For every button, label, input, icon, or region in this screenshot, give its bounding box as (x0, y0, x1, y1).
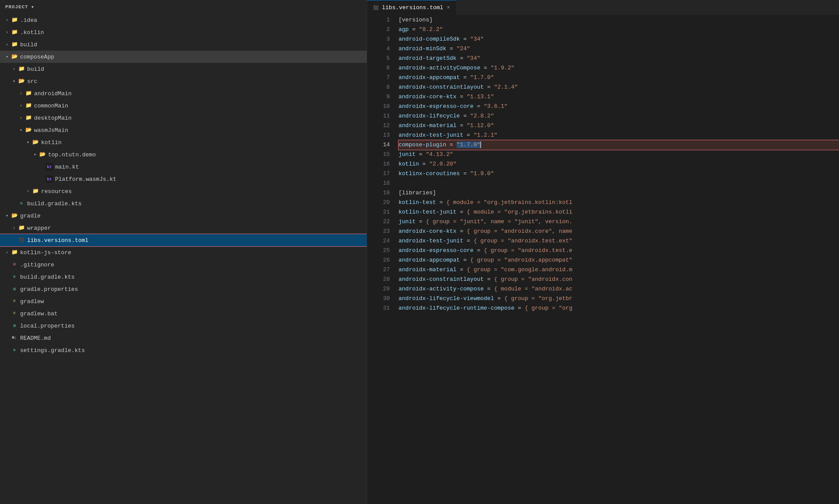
sidebar-item-top-ntutn-demo[interactable]: 📂top.ntutn.demo (0, 148, 367, 161)
md-icon: M↓ (10, 334, 18, 342)
tab-label: libs.versions.toml (382, 4, 443, 11)
tab-close-button[interactable]: × (447, 5, 450, 11)
line-number-6: 6 (367, 63, 390, 73)
folder-icon: 📂 (17, 77, 25, 85)
sidebar: Project ▾ 📁.idea📁.kotlin📁build📂composeAp… (0, 0, 367, 504)
tab-bar: ⬛ libs.versions.toml × (367, 0, 839, 15)
folder-icon: 📂 (38, 151, 46, 159)
folder-icon: 📂 (31, 138, 39, 146)
token: androidx-core-ktx (399, 92, 460, 102)
token: = (460, 92, 463, 102)
token: agp (399, 25, 412, 35)
folder-icon: 📂 (24, 126, 32, 134)
code-line-24: androidx-test-junit = { group = "android… (399, 236, 839, 246)
code-line-14: compose-plugin = "1.7.0" (399, 140, 839, 150)
sidebar-item-androidMain[interactable]: 📁androidMain (0, 87, 367, 100)
sidebar-item-main-kt[interactable]: ktmain.kt (0, 161, 367, 173)
arrow-open (31, 152, 38, 157)
sidebar-item-idea[interactable]: 📁.idea (0, 14, 367, 26)
folder-icon: 📁 (17, 224, 25, 232)
sidebar-item-resources[interactable]: 📁resources (0, 185, 367, 197)
sidebar-item-kotlin-js-store[interactable]: 📁kotlin-js-store (0, 246, 367, 259)
sidebar-item-gradlew[interactable]: ≡gradlew (0, 295, 367, 307)
item-label-androidMain: androidMain (34, 90, 367, 97)
sidebar-item-settings-gradle-kts[interactable]: ⚙settings.gradle.kts (0, 344, 367, 356)
sidebar-item-src[interactable]: 📂src (0, 75, 367, 87)
sidebar-item-build-gradle-kts-app[interactable]: ⚙build.gradle.kts (0, 197, 367, 210)
line-number-29: 29 (367, 284, 390, 294)
sidebar-item-gitignore[interactable]: ⊘.gitignore (0, 259, 367, 271)
sidebar-item-composeApp-build[interactable]: 📁build (0, 63, 367, 75)
item-label-composeApp: composeApp (20, 54, 367, 60)
gradle-icon: ⚙ (10, 346, 18, 354)
line-number-31: 31 (367, 304, 390, 313)
code-line-12: androidx-material = "1.12.0" (399, 121, 839, 131)
sidebar-item-libs-versions-toml[interactable]: ⬛libs.versions.toml (0, 234, 367, 246)
item-label-gradlew: gradlew (20, 298, 367, 305)
sidebar-item-kotlin[interactable]: 📁.kotlin (0, 26, 367, 38)
token: "24" (453, 44, 470, 54)
arrow-closed (3, 30, 10, 35)
sidebar-item-build[interactable]: 📁build (0, 38, 367, 51)
token: = (467, 236, 470, 246)
sidebar-item-kotlin-folder[interactable]: 📂kotlin (0, 136, 367, 148)
sidebar-item-local-properties[interactable]: ⚙local.properties (0, 320, 367, 332)
token: "34" (463, 54, 480, 63)
arrow-closed (3, 18, 10, 23)
folder-icon: 📂 (10, 53, 18, 61)
code-line-15: junit = "4.13.2" (399, 150, 839, 159)
line-number-12: 12 (367, 121, 390, 131)
sidebar-item-gradlew-bat[interactable]: ≡gradlew.bat (0, 307, 367, 320)
sidebar-item-wrapper[interactable]: 📁wrapper (0, 222, 367, 234)
token: androidx-lifecycle-runtime-compose (399, 304, 518, 313)
item-label-build-gradle-kts-root: build.gradle.kts (20, 274, 367, 280)
props-icon: ⚙ (10, 285, 18, 293)
code-line-13: androidx-test-junit = "1.2.1" (399, 131, 839, 140)
folder-icon: 📁 (10, 41, 18, 48)
sidebar-header: Project ▾ (0, 0, 367, 14)
gradlew-icon: ≡ (10, 297, 18, 305)
token: androidx-appcompat (399, 73, 463, 83)
line-number-30: 30 (367, 294, 390, 304)
sidebar-item-commonMain[interactable]: 📁commonMain (0, 100, 367, 112)
item-label-kotlin-folder: kotlin (41, 139, 367, 146)
arrow-closed (17, 91, 24, 96)
token: = (487, 83, 491, 92)
code-line-8: androidx-constraintlayout = "2.1.4" (399, 83, 839, 92)
sidebar-item-wasmJsMain[interactable]: 📂wasmJsMain (0, 124, 367, 136)
item-label-commonMain: commonMain (34, 103, 367, 109)
line-number-11: 11 (367, 111, 390, 121)
item-label-kotlin: .kotlin (20, 29, 367, 36)
folder-icon: 📂 (10, 212, 18, 220)
sidebar-item-platform-wasijs[interactable]: ktPlatform.wasmJs.kt (0, 173, 367, 185)
item-label-build-gradle-kts-app: build.gradle.kts (27, 200, 367, 207)
item-label-local-properties: local.properties (20, 323, 367, 329)
arrow-closed (3, 250, 10, 255)
token: { module = "org.jetbrains.kotli (463, 207, 572, 217)
sidebar-item-desktopMain[interactable]: 📁desktopMain (0, 112, 367, 124)
folder-icon: 📁 (24, 114, 32, 122)
code-line-2: agp = "8.2.2" (399, 25, 839, 35)
sidebar-item-gradle-folder[interactable]: 📂gradle (0, 210, 367, 222)
sidebar-item-composeApp[interactable]: 📂composeApp (0, 51, 367, 63)
code-line-19: [libraries] (399, 188, 839, 198)
sidebar-item-build-gradle-kts-root[interactable]: ⚙build.gradle.kts (0, 271, 367, 283)
token: junit (399, 150, 419, 159)
token: = (419, 217, 423, 227)
code-line-16: kotlin = "2.0.20" (399, 159, 839, 169)
kt-icon: kt (45, 163, 53, 171)
token: androidx-test-junit (399, 236, 467, 246)
line-number-25: 25 (367, 246, 390, 255)
sidebar-item-readme-md[interactable]: M↓README.md (0, 332, 367, 344)
line-number-21: 21 (367, 207, 390, 217)
code-line-30: androidx-lifecycle-viewmodel = { group =… (399, 294, 839, 304)
main-layout: Project ▾ 📁.idea📁.kotlin📁build📂composeAp… (0, 0, 839, 504)
item-label-composeApp-build: build (27, 66, 367, 72)
sidebar-chevron[interactable]: ▾ (31, 3, 35, 10)
item-label-wasmJsMain: wasmJsMain (34, 127, 367, 134)
sidebar-item-gradle-properties[interactable]: ⚙gradle.properties (0, 283, 367, 295)
tab-libs-versions-toml[interactable]: ⬛ libs.versions.toml × (367, 0, 457, 15)
line-number-27: 27 (367, 265, 390, 275)
token: androidx-lifecycle-viewmodel (399, 294, 497, 304)
code-area[interactable]: [versions]agp = "8.2.2"android-compileSd… (395, 15, 839, 504)
